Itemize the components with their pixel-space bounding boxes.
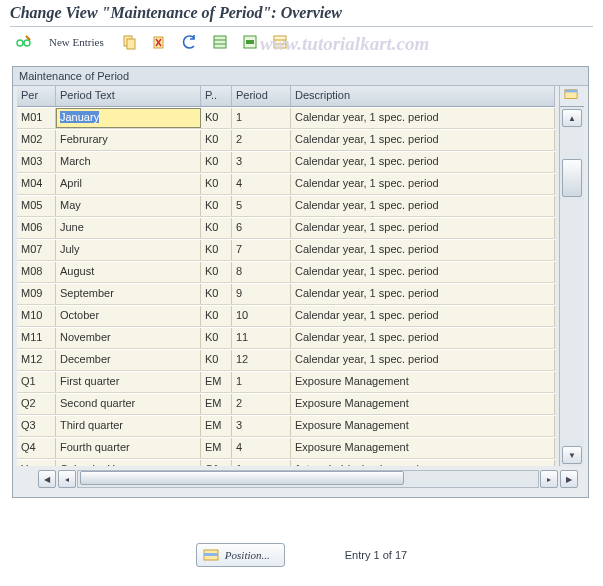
cell-description[interactable]: Calendar year, 1 spec. period bbox=[291, 196, 555, 216]
cell-pdet[interactable]: EM bbox=[201, 372, 232, 392]
cell-pdet[interactable]: K0 bbox=[201, 284, 232, 304]
horizontal-scroll-track[interactable] bbox=[77, 470, 539, 488]
cell-per[interactable]: Q2 bbox=[17, 394, 56, 414]
position-button[interactable]: Position... bbox=[196, 543, 285, 567]
cell-period[interactable]: 2 bbox=[232, 394, 291, 414]
table-row[interactable]: Q1First quarterEM1Exposure Management bbox=[17, 371, 555, 393]
table-row[interactable]: M05MayK05Calendar year, 1 spec. period bbox=[17, 195, 555, 217]
cell-description[interactable]: Calendar year, 1 spec. period bbox=[291, 284, 555, 304]
table-row[interactable]: Q3Third quarterEM3Exposure Management bbox=[17, 415, 555, 437]
cell-per[interactable]: Q4 bbox=[17, 438, 56, 458]
cell-period[interactable]: 4 bbox=[232, 174, 291, 194]
cell-description[interactable]: Calendar year, 1 spec. period bbox=[291, 108, 555, 128]
cell-description[interactable]: Calendar year, 1 spec. period bbox=[291, 240, 555, 260]
cell-period-text[interactable]: Calendar Year bbox=[56, 460, 201, 466]
cell-per[interactable]: M01 bbox=[17, 108, 56, 128]
cell-period[interactable]: 9 bbox=[232, 284, 291, 304]
cell-period[interactable]: 2 bbox=[232, 130, 291, 150]
undo-button[interactable] bbox=[177, 31, 203, 53]
scroll-last-button[interactable]: ▶ bbox=[560, 470, 578, 488]
cell-description[interactable]: Exposure Management bbox=[291, 416, 555, 436]
cell-per[interactable]: M03 bbox=[17, 152, 56, 172]
col-header-description[interactable]: Description bbox=[291, 86, 555, 106]
cell-period-text[interactable]: Februrary bbox=[56, 130, 201, 150]
cell-description[interactable]: Calendar year, 1 spec. period bbox=[291, 152, 555, 172]
cell-per[interactable]: Q3 bbox=[17, 416, 56, 436]
copy-as-button[interactable] bbox=[117, 31, 143, 53]
cell-pdet[interactable]: C1 bbox=[201, 460, 232, 466]
cell-per[interactable]: M11 bbox=[17, 328, 56, 348]
deselect-all-button[interactable] bbox=[267, 31, 293, 53]
configure-columns-button[interactable] bbox=[560, 86, 584, 107]
table-row[interactable]: M08AugustK08Calendar year, 1 spec. perio… bbox=[17, 261, 555, 283]
col-header-pdet[interactable]: P.. bbox=[201, 86, 232, 106]
cell-period-text[interactable]: June bbox=[56, 218, 201, 238]
cell-period[interactable]: 6 bbox=[232, 218, 291, 238]
table-row[interactable]: M03MarchK03Calendar year, 1 spec. period bbox=[17, 151, 555, 173]
cell-period-text[interactable]: October bbox=[56, 306, 201, 326]
col-header-period[interactable]: Period bbox=[232, 86, 291, 106]
col-header-per[interactable]: Per bbox=[17, 86, 56, 106]
cell-period[interactable]: 1 bbox=[232, 460, 291, 466]
cell-per[interactable]: M05 bbox=[17, 196, 56, 216]
cell-description[interactable]: Calendar year, 1 spec. period bbox=[291, 262, 555, 282]
new-entries-button[interactable]: New Entries bbox=[40, 31, 113, 53]
table-row[interactable]: Q4Fourth quarterEM4Exposure Management bbox=[17, 437, 555, 459]
cell-description[interactable]: Exposure Management bbox=[291, 372, 555, 392]
cell-description[interactable]: Calendar year, 1 spec. period bbox=[291, 218, 555, 238]
cell-period-text[interactable]: December bbox=[56, 350, 201, 370]
cell-period[interactable]: 3 bbox=[232, 152, 291, 172]
cell-period-text[interactable]: April bbox=[56, 174, 201, 194]
table-row[interactable]: M11NovemberK011Calendar year, 1 spec. pe… bbox=[17, 327, 555, 349]
cell-pdet[interactable]: K0 bbox=[201, 108, 232, 128]
cell-per[interactable]: M06 bbox=[17, 218, 56, 238]
horizontal-scrollbar[interactable]: ◀ ◂ ▸ ▶ bbox=[17, 470, 579, 488]
cell-period[interactable]: 5 bbox=[232, 196, 291, 216]
cell-pdet[interactable]: K0 bbox=[201, 152, 232, 172]
cell-description[interactable]: Calendar year, 1 spec. period bbox=[291, 174, 555, 194]
table-row[interactable]: M10OctoberK010Calendar year, 1 spec. per… bbox=[17, 305, 555, 327]
cell-per[interactable]: M12 bbox=[17, 350, 56, 370]
scroll-up-button[interactable]: ▲ bbox=[562, 109, 582, 127]
cell-description[interactable]: Calendar year, 1 spec. period bbox=[291, 130, 555, 150]
cell-per[interactable]: Q1 bbox=[17, 372, 56, 392]
cell-pdet[interactable]: EM bbox=[201, 438, 232, 458]
cell-period-text[interactable]: Third quarter bbox=[56, 416, 201, 436]
cell-period[interactable]: 12 bbox=[232, 350, 291, 370]
cell-period-text[interactable]: January bbox=[56, 108, 201, 128]
scroll-left-button[interactable]: ◂ bbox=[58, 470, 76, 488]
cell-period[interactable]: 3 bbox=[232, 416, 291, 436]
table-row[interactable]: M12DecemberK012Calendar year, 1 spec. pe… bbox=[17, 349, 555, 371]
cell-per[interactable]: M08 bbox=[17, 262, 56, 282]
cell-period-text[interactable]: May bbox=[56, 196, 201, 216]
table-row[interactable]: M06JuneK06Calendar year, 1 spec. period bbox=[17, 217, 555, 239]
table-row[interactable]: Q2Second quarterEM2Exposure Management bbox=[17, 393, 555, 415]
cell-pdet[interactable]: K0 bbox=[201, 328, 232, 348]
cell-pdet[interactable]: K0 bbox=[201, 218, 232, 238]
cell-pdet[interactable]: K0 bbox=[201, 196, 232, 216]
cell-per[interactable]: Y bbox=[17, 460, 56, 466]
cell-period-text[interactable]: March bbox=[56, 152, 201, 172]
cell-period-text[interactable]: November bbox=[56, 328, 201, 348]
cell-period[interactable]: 1 bbox=[232, 108, 291, 128]
cell-period[interactable]: 11 bbox=[232, 328, 291, 348]
table-row[interactable]: M09SeptemberK09Calendar year, 1 spec. pe… bbox=[17, 283, 555, 305]
cell-description[interactable]: Calendar year, 1 spec. period bbox=[291, 306, 555, 326]
cell-period[interactable]: 8 bbox=[232, 262, 291, 282]
cell-per[interactable]: M04 bbox=[17, 174, 56, 194]
cell-period-text[interactable]: August bbox=[56, 262, 201, 282]
scroll-right-button[interactable]: ▸ bbox=[540, 470, 558, 488]
cell-description[interactable]: 1st period (calendar year) bbox=[291, 460, 555, 466]
cell-period-text[interactable]: Second quarter bbox=[56, 394, 201, 414]
scroll-down-button[interactable]: ▼ bbox=[562, 446, 582, 464]
cell-per[interactable]: M07 bbox=[17, 240, 56, 260]
cell-period[interactable]: 4 bbox=[232, 438, 291, 458]
table-row[interactable]: M01JanuaryK01Calendar year, 1 spec. peri… bbox=[17, 107, 555, 129]
cell-period[interactable]: 7 bbox=[232, 240, 291, 260]
cell-description[interactable]: Exposure Management bbox=[291, 394, 555, 414]
cell-period[interactable]: 10 bbox=[232, 306, 291, 326]
vertical-scrollbar[interactable]: ▲ ▼ bbox=[560, 107, 584, 466]
cell-pdet[interactable]: K0 bbox=[201, 174, 232, 194]
toggle-display-change-button[interactable] bbox=[10, 31, 36, 53]
cell-per[interactable]: M09 bbox=[17, 284, 56, 304]
